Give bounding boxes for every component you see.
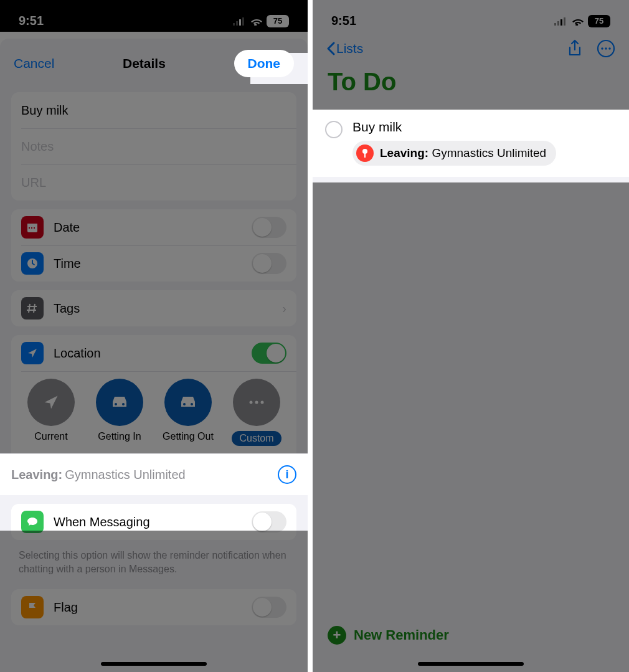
leaving-value: Gymnastics Unlimited [65,468,278,482]
reminder-item[interactable]: Buy milk Leaving: Gymnastics Unlimited [313,110,629,177]
reminder-title: Buy milk [352,120,617,135]
dim-overlay [0,0,308,53]
home-indicator [101,662,207,666]
messaging-label: When Messaging [54,515,252,529]
reminder-checkbox[interactable] [325,121,343,138]
svg-point-25 [362,149,367,154]
dim-overlay [0,531,308,672]
leaving-row[interactable]: Leaving: Gymnastics Unlimited i [0,453,308,495]
screenshot-left: 9:51 75 Cancel Details Done [0,0,310,672]
message-bubble-icon [21,511,44,533]
screenshot-right: 9:51 75 Lists To Do [313,0,629,672]
dim-overlay [0,53,250,84]
cond-value: Gymnastics Unlimited [432,146,546,159]
info-icon[interactable]: i [278,465,296,484]
svg-rect-26 [364,153,366,158]
dim-overlay [313,0,629,114]
location-condition-pill: Leaving: Gymnastics Unlimited [352,141,556,166]
cond-label: Leaving: [380,146,428,159]
leaving-label: Leaving: [11,468,62,482]
dim-overlay [0,84,308,493]
home-indicator [418,662,524,666]
dim-overlay [313,182,629,672]
done-button[interactable]: Done [234,50,295,77]
messaging-toggle[interactable] [252,511,286,532]
pin-icon [356,144,374,162]
